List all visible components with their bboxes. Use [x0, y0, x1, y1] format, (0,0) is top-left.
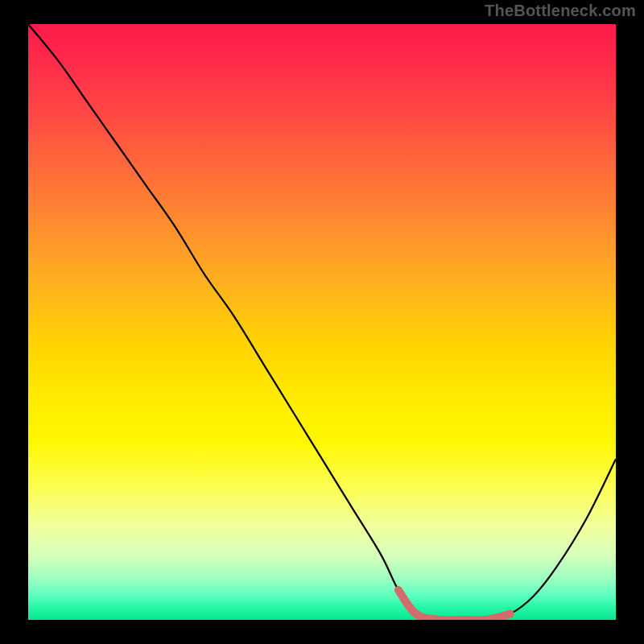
plot-area	[28, 24, 616, 620]
bottleneck-curve	[28, 24, 616, 620]
chart-frame: TheBottleneck.com	[0, 0, 644, 644]
optimum-highlight	[398, 590, 510, 620]
chart-svg	[28, 24, 616, 620]
watermark-text: TheBottleneck.com	[485, 2, 636, 20]
